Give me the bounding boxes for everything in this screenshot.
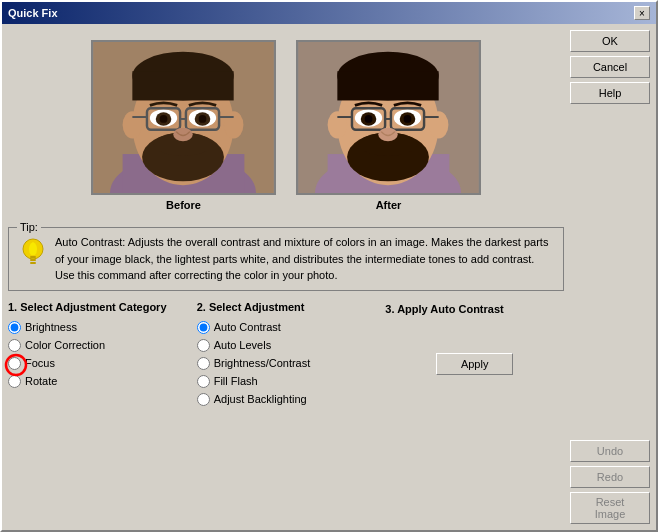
focus-label: Focus bbox=[25, 357, 55, 369]
bottom-buttons: Undo Redo Reset Image bbox=[570, 440, 650, 524]
reset-image-button[interactable]: Reset Image bbox=[570, 492, 650, 524]
svg-rect-7 bbox=[132, 71, 233, 100]
after-image bbox=[296, 40, 481, 195]
section2-option-auto-contrast[interactable]: Auto Contrast bbox=[197, 321, 376, 334]
title-bar: Quick Fix × bbox=[2, 2, 656, 24]
quick-fix-window: Quick Fix × bbox=[0, 0, 658, 532]
before-image bbox=[91, 40, 276, 195]
apply-button[interactable]: Apply bbox=[436, 353, 514, 375]
before-preview: Before bbox=[91, 40, 276, 211]
svg-point-47 bbox=[378, 128, 397, 142]
top-buttons: OK Cancel Help bbox=[570, 30, 650, 104]
section1-title: 1. Select Adjustment Category bbox=[8, 301, 187, 313]
brightness-contrast-radio[interactable] bbox=[197, 357, 210, 370]
focus-radio[interactable] bbox=[8, 357, 21, 370]
ok-button[interactable]: OK bbox=[570, 30, 650, 52]
svg-point-41 bbox=[404, 115, 412, 123]
rotate-radio[interactable] bbox=[8, 375, 21, 388]
auto-levels-label: Auto Levels bbox=[214, 339, 271, 351]
section2-option-fill-flash[interactable]: Fill Flash bbox=[197, 375, 376, 388]
color-correction-label: Color Correction bbox=[25, 339, 105, 351]
fill-flash-radio[interactable] bbox=[197, 375, 210, 388]
section1-option-color-correction[interactable]: Color Correction bbox=[8, 339, 187, 352]
svg-point-32 bbox=[328, 111, 347, 138]
svg-point-9 bbox=[224, 111, 243, 138]
color-correction-radio[interactable] bbox=[8, 339, 21, 352]
after-preview: After bbox=[296, 40, 481, 211]
before-label: Before bbox=[166, 199, 201, 211]
section1-radio-group: Brightness Color Correction bbox=[8, 321, 187, 388]
auto-levels-radio[interactable] bbox=[197, 339, 210, 352]
svg-rect-51 bbox=[30, 262, 36, 264]
tip-box: Tip: Auto Contrast: Adjusts the overall … bbox=[8, 227, 564, 291]
after-label: After bbox=[376, 199, 402, 211]
section1-option-rotate[interactable]: Rotate bbox=[8, 375, 187, 388]
adjustments-area: 1. Select Adjustment Category Brightness… bbox=[8, 297, 564, 410]
auto-contrast-radio[interactable] bbox=[197, 321, 210, 334]
section1-option-focus[interactable]: Focus bbox=[8, 357, 187, 370]
tip-label: Tip: bbox=[17, 221, 41, 233]
svg-rect-31 bbox=[337, 71, 438, 100]
brightness-radio[interactable] bbox=[8, 321, 21, 334]
svg-rect-50 bbox=[30, 259, 36, 261]
section3: 3. Apply Auto Contrast Apply bbox=[385, 301, 564, 375]
section2-option-brightness-contrast[interactable]: Brightness/Contrast bbox=[197, 357, 376, 370]
section1-option-brightness[interactable]: Brightness bbox=[8, 321, 187, 334]
adjust-backlighting-label: Adjust Backlighting bbox=[214, 393, 307, 405]
section2: 2. Select Adjustment Auto Contrast Auto … bbox=[197, 301, 376, 406]
section2-title: 2. Select Adjustment bbox=[197, 301, 376, 313]
svg-rect-49 bbox=[30, 256, 36, 258]
window-title: Quick Fix bbox=[8, 7, 58, 19]
tip-text: Auto Contrast: Adjusts the overall contr… bbox=[55, 234, 553, 284]
adjust-backlighting-radio[interactable] bbox=[197, 393, 210, 406]
close-button[interactable]: × bbox=[634, 6, 650, 20]
svg-point-8 bbox=[123, 111, 142, 138]
section3-title: 3. Apply Auto Contrast bbox=[385, 303, 503, 315]
main-panel: Before bbox=[8, 30, 564, 524]
svg-point-23 bbox=[173, 128, 192, 142]
tip-icon bbox=[19, 236, 47, 264]
rotate-label: Rotate bbox=[25, 375, 57, 387]
section2-radio-group: Auto Contrast Auto Levels Brightness/Con… bbox=[197, 321, 376, 406]
fill-flash-label: Fill Flash bbox=[214, 375, 258, 387]
section2-option-adjust-backlighting[interactable]: Adjust Backlighting bbox=[197, 393, 376, 406]
undo-button[interactable]: Undo bbox=[570, 440, 650, 462]
cancel-button[interactable]: Cancel bbox=[570, 56, 650, 78]
right-panel-layout: OK Cancel Help Undo Redo Reset Image bbox=[570, 30, 650, 524]
brightness-label: Brightness bbox=[25, 321, 77, 333]
svg-point-40 bbox=[365, 115, 373, 123]
svg-point-17 bbox=[199, 115, 207, 123]
auto-contrast-label: Auto Contrast bbox=[214, 321, 281, 333]
help-button[interactable]: Help bbox=[570, 82, 650, 104]
right-buttons-panel: OK Cancel Help Undo Redo Reset Image bbox=[570, 30, 650, 524]
section1: 1. Select Adjustment Category Brightness… bbox=[8, 301, 187, 388]
apply-btn-container: Apply bbox=[385, 353, 564, 375]
brightness-contrast-label: Brightness/Contrast bbox=[214, 357, 311, 369]
content-area: Before bbox=[2, 24, 656, 530]
svg-point-33 bbox=[429, 111, 448, 138]
section2-option-auto-levels[interactable]: Auto Levels bbox=[197, 339, 376, 352]
preview-area: Before bbox=[8, 30, 564, 221]
svg-point-16 bbox=[160, 115, 168, 123]
redo-button[interactable]: Redo bbox=[570, 466, 650, 488]
